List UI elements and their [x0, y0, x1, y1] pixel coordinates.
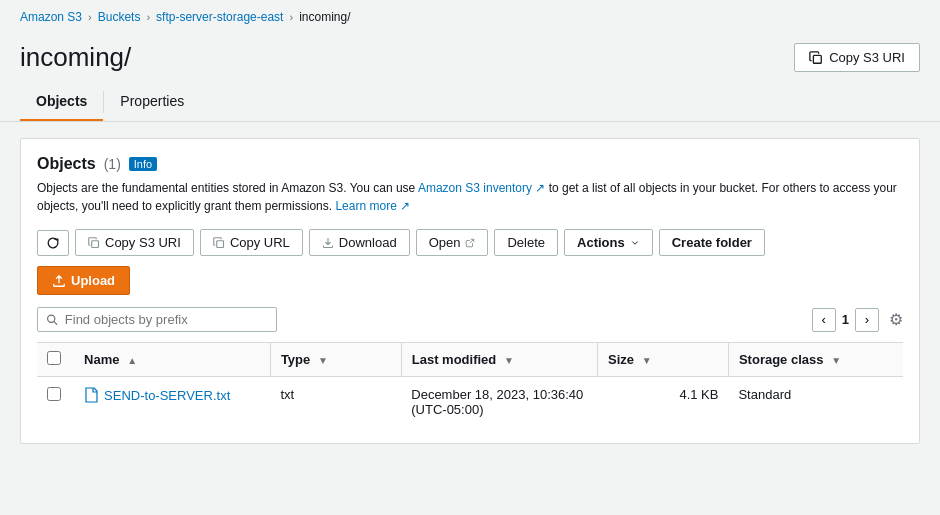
pagination: ‹ 1 › ⚙: [812, 308, 903, 332]
sort-icon-modified: ▼: [504, 355, 514, 366]
file-modified: December 18, 2023, 10:36:40 (UTC-05:00): [411, 387, 583, 417]
breadcrumb: Amazon S3 › Buckets › sftp-server-storag…: [0, 0, 940, 34]
objects-description: Objects are the fundamental entities sto…: [37, 179, 903, 215]
th-storage-class[interactable]: Storage class ▼: [728, 343, 903, 377]
svg-rect-0: [814, 55, 822, 63]
breadcrumb-current: incoming/: [299, 10, 350, 24]
search-input[interactable]: [65, 312, 268, 327]
row-name-cell: SEND-to-SERVER.txt: [74, 377, 270, 428]
upload-icon: [52, 274, 66, 288]
table-row: SEND-to-SERVER.txt txt December 18, 2023…: [37, 377, 903, 428]
breadcrumb-sep-3: ›: [289, 11, 293, 23]
objects-title: Objects: [37, 155, 96, 173]
search-icon: [46, 313, 59, 327]
th-type[interactable]: Type ▼: [270, 343, 401, 377]
file-icon: [84, 387, 98, 403]
toolbar: Copy S3 URI Copy URL Download Open: [37, 229, 903, 256]
row-type-cell: txt: [270, 377, 401, 428]
sort-icon-name: ▲: [127, 355, 137, 366]
select-all-checkbox[interactable]: [47, 351, 61, 365]
table-settings-button[interactable]: ⚙: [889, 310, 903, 329]
copy-url-button[interactable]: Copy URL: [200, 229, 303, 256]
th-select-all: [37, 343, 74, 377]
main-content: Objects (1) Info Objects are the fundame…: [0, 122, 940, 460]
create-folder-button[interactable]: Create folder: [659, 229, 765, 256]
pagination-current: 1: [842, 312, 849, 327]
row-checkbox-cell: [37, 377, 74, 428]
download-icon: [322, 237, 334, 249]
download-button[interactable]: Download: [309, 229, 410, 256]
create-folder-label: Create folder: [672, 235, 752, 250]
upload-label: Upload: [71, 273, 115, 288]
objects-card: Objects (1) Info Objects are the fundame…: [20, 138, 920, 444]
pagination-next-button[interactable]: ›: [855, 308, 879, 332]
objects-count: (1): [104, 156, 121, 172]
breadcrumb-sep-1: ›: [88, 11, 92, 23]
file-link[interactable]: SEND-to-SERVER.txt: [84, 387, 260, 403]
amazon-s3-inventory-link[interactable]: Amazon S3 inventory ↗: [418, 181, 545, 195]
delete-label: Delete: [507, 235, 545, 250]
page-title: incoming/: [20, 42, 131, 73]
file-name: SEND-to-SERVER.txt: [104, 388, 230, 403]
header-copy-s3-uri-button[interactable]: Copy S3 URI: [794, 43, 920, 72]
tab-properties[interactable]: Properties: [104, 83, 200, 121]
copy-icon: [809, 51, 823, 65]
download-label: Download: [339, 235, 397, 250]
link-icon: [213, 237, 225, 249]
svg-rect-1: [92, 240, 99, 247]
refresh-icon: [46, 236, 60, 250]
actions-button[interactable]: Actions: [564, 229, 653, 256]
objects-section-header: Objects (1) Info: [37, 155, 903, 173]
external-link-icon: [465, 238, 475, 248]
open-button[interactable]: Open: [416, 229, 489, 256]
open-label: Open: [429, 235, 461, 250]
search-box: [37, 307, 277, 332]
copy-s3-uri-label: Copy S3 URI: [105, 235, 181, 250]
sort-icon-storage: ▼: [831, 355, 841, 366]
page-header: incoming/ Copy S3 URI: [0, 34, 940, 73]
file-size: 4.1 KB: [679, 387, 718, 402]
row-size-cell: 4.1 KB: [598, 377, 729, 428]
info-badge[interactable]: Info: [129, 157, 157, 171]
upload-row: Upload: [37, 266, 903, 295]
copy-url-label: Copy URL: [230, 235, 290, 250]
breadcrumb-sep-2: ›: [146, 11, 150, 23]
refresh-button[interactable]: [37, 230, 69, 256]
storage-class: Standard: [738, 387, 791, 402]
search-row: ‹ 1 › ⚙: [37, 307, 903, 332]
breadcrumb-bucket-name[interactable]: sftp-server-storage-east: [156, 10, 283, 24]
tab-objects[interactable]: Objects: [20, 83, 103, 121]
tabs-bar: Objects Properties: [0, 83, 940, 122]
th-last-modified[interactable]: Last modified ▼: [401, 343, 597, 377]
copy-s3-uri-button[interactable]: Copy S3 URI: [75, 229, 194, 256]
sort-icon-type: ▼: [318, 355, 328, 366]
th-size[interactable]: Size ▼: [598, 343, 729, 377]
chevron-down-icon: [630, 238, 640, 248]
delete-button[interactable]: Delete: [494, 229, 558, 256]
description-text-1: Objects are the fundamental entities sto…: [37, 181, 418, 195]
row-storage-cell: Standard: [728, 377, 903, 428]
row-modified-cell: December 18, 2023, 10:36:40 (UTC-05:00): [401, 377, 597, 428]
copy-icon: [88, 237, 100, 249]
actions-label: Actions: [577, 235, 625, 250]
file-type: txt: [280, 387, 294, 402]
th-name[interactable]: Name ▲: [74, 343, 270, 377]
learn-more-link[interactable]: Learn more ↗: [335, 199, 410, 213]
sort-icon-size: ▼: [642, 355, 652, 366]
breadcrumb-amazon-s3[interactable]: Amazon S3: [20, 10, 82, 24]
row-checkbox[interactable]: [47, 387, 61, 401]
svg-rect-2: [217, 240, 224, 247]
upload-button[interactable]: Upload: [37, 266, 130, 295]
breadcrumb-buckets[interactable]: Buckets: [98, 10, 141, 24]
objects-table: Name ▲ Type ▼ Last modified ▼ Size ▼: [37, 342, 903, 427]
header-copy-s3-uri-label: Copy S3 URI: [829, 50, 905, 65]
pagination-prev-button[interactable]: ‹: [812, 308, 836, 332]
